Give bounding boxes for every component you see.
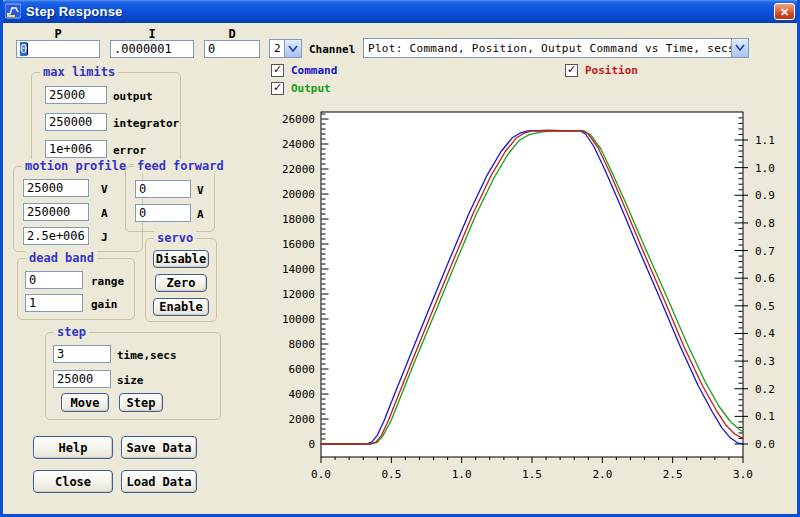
svg-text:1.0: 1.0: [452, 468, 472, 481]
svg-text:2000: 2000: [289, 413, 316, 426]
svg-text:0.6: 0.6: [755, 272, 775, 285]
svg-text:0.0: 0.0: [311, 468, 331, 481]
svg-text:22000: 22000: [282, 163, 315, 176]
svg-text:1.1: 1.1: [755, 134, 775, 147]
svg-text:20000: 20000: [282, 188, 315, 201]
svg-text:6000: 6000: [289, 363, 316, 376]
svg-text:0.3: 0.3: [755, 355, 775, 368]
svg-text:12000: 12000: [282, 288, 315, 301]
step-response-window: Step Response ✕ P I D 0 2 Channel Plot: …: [0, 0, 800, 517]
svg-text:10000: 10000: [282, 313, 315, 326]
svg-text:26000: 26000: [282, 113, 315, 126]
svg-text:0.7: 0.7: [755, 245, 775, 258]
svg-text:0.8: 0.8: [755, 217, 775, 230]
svg-text:24000: 24000: [282, 138, 315, 151]
svg-text:3.0: 3.0: [733, 468, 753, 481]
plot-canvas: 0200040006000800010000120001400016000180…: [3, 0, 800, 517]
svg-text:0.0: 0.0: [755, 438, 775, 451]
svg-text:0: 0: [308, 438, 315, 451]
svg-text:0.5: 0.5: [381, 468, 401, 481]
svg-text:0.4: 0.4: [755, 327, 775, 340]
svg-text:0.9: 0.9: [755, 189, 775, 202]
svg-text:16000: 16000: [282, 238, 315, 251]
svg-text:0.2: 0.2: [755, 383, 775, 396]
svg-text:1.5: 1.5: [522, 468, 542, 481]
svg-text:1.0: 1.0: [755, 162, 775, 175]
svg-text:2.0: 2.0: [592, 468, 612, 481]
svg-text:0.5: 0.5: [755, 300, 775, 313]
svg-text:18000: 18000: [282, 213, 315, 226]
svg-text:14000: 14000: [282, 263, 315, 276]
svg-text:4000: 4000: [289, 388, 316, 401]
svg-text:8000: 8000: [289, 338, 316, 351]
svg-text:0.1: 0.1: [755, 410, 775, 423]
svg-text:2.5: 2.5: [663, 468, 683, 481]
